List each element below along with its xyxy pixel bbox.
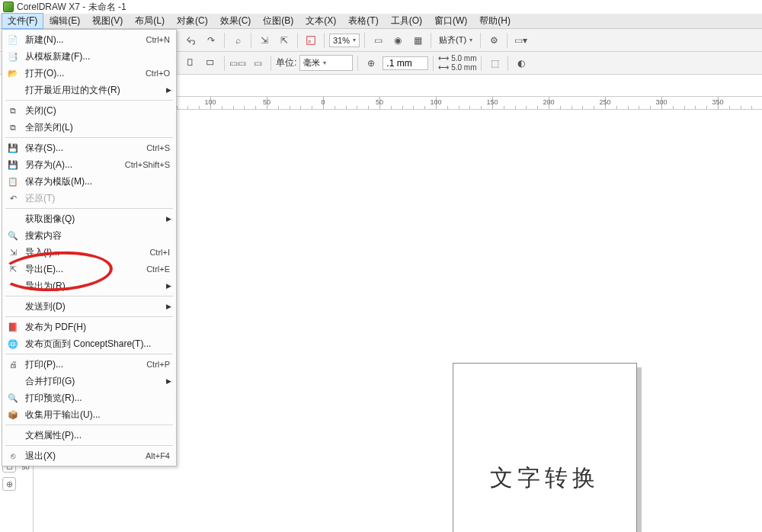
nudge-distance-input[interactable] xyxy=(383,56,428,70)
menu-item-export-for[interactable]: 导出为(R) ▶ xyxy=(2,277,176,294)
new-template-icon: 📑 xyxy=(5,50,21,62)
new-file-icon: 📄 xyxy=(5,34,21,46)
menu-item-open-recent[interactable]: 打开最近用过的文件(R) ▶ xyxy=(2,82,176,98)
tool-zoom-plus[interactable]: ⊕ xyxy=(2,477,16,491)
menu-item-import[interactable]: ⇲ 导入(I)... Ctrl+I xyxy=(2,244,176,261)
menu-item-print-merge[interactable]: 合并打印(G) ▶ xyxy=(2,373,176,389)
menu-help[interactable]: 帮助(H) xyxy=(473,13,517,29)
zoom-level-dropdown[interactable]: 31% xyxy=(329,34,360,47)
duplicate-y-label: ⟷ 5.0 mm xyxy=(438,63,476,72)
unit-dropdown[interactable]: 毫米 xyxy=(299,55,353,71)
save-icon: 💾 xyxy=(5,142,21,154)
fullscreen-preview-icon[interactable]: ▭ xyxy=(370,32,386,49)
menu-item-save[interactable]: 💾 保存(S)... Ctrl+S xyxy=(2,139,176,156)
menu-table[interactable]: 表格(T) xyxy=(342,13,384,29)
menu-object[interactable]: 对象(C) xyxy=(171,13,214,29)
duplicate-x-label: ⟷ 5.0 mm xyxy=(438,54,476,63)
collect-output-icon: 📦 xyxy=(5,409,21,421)
menu-window[interactable]: 窗口(W) xyxy=(428,13,473,29)
revert-icon: ↶ xyxy=(5,192,21,204)
svg-rect-2 xyxy=(188,59,192,65)
ruler-tick-label: 100 xyxy=(204,98,216,106)
document-page[interactable]: 文字转换 xyxy=(453,363,637,532)
menu-item-new[interactable]: 📄 新建(N)... Ctrl+N xyxy=(2,31,176,48)
menu-item-open[interactable]: 📂 打开(O)... Ctrl+O xyxy=(2,65,176,82)
app-logo-icon xyxy=(3,2,14,12)
ruler-tick-label: 150 xyxy=(486,98,498,106)
menu-tools[interactable]: 工具(O) xyxy=(385,13,428,29)
menu-item-close-all[interactable]: ⧉ 全部关闭(L) xyxy=(2,119,176,136)
menu-layout[interactable]: 布局(L) xyxy=(129,13,171,29)
page-text: 文字转换 xyxy=(490,463,600,494)
import-icon: ⇲ xyxy=(5,246,21,258)
open-folder-icon: 📂 xyxy=(5,67,21,79)
ruler-tick-label: 50 xyxy=(376,98,383,106)
menu-item-search-content[interactable]: 🔍 搜索内容 xyxy=(2,227,176,244)
menu-bar: 文件(F) 编辑(E) 视图(V) 布局(L) 对象(C) 效果(C) 位图(B… xyxy=(0,14,762,29)
search-icon[interactable]: ⌕ xyxy=(229,32,246,49)
menu-text[interactable]: 文本(X) xyxy=(299,13,342,29)
export-icon[interactable]: ⇱ xyxy=(276,32,293,49)
menu-item-collect-for-output[interactable]: 📦 收集用于输出(U)... xyxy=(2,406,176,423)
ruler-tick-label: 0 xyxy=(321,98,325,106)
save-template-icon: 📋 xyxy=(5,175,21,187)
menu-item-export[interactable]: ⇱ 导出(E)... Ctrl+E xyxy=(2,261,176,277)
menu-item-print[interactable]: 🖨 打印(P)... Ctrl+P xyxy=(2,356,176,373)
show-rulers-icon[interactable]: ◉ xyxy=(389,32,406,49)
treat-as-filled-icon[interactable]: ⬚ xyxy=(486,55,503,72)
menu-bitmaps[interactable]: 位图(B) xyxy=(257,13,299,29)
show-grid-icon[interactable]: ▦ xyxy=(409,32,426,49)
file-menu-dropdown: 📄 新建(N)... Ctrl+N 📑 从模板新建(F)... 📂 打开(O).… xyxy=(2,29,177,466)
menu-item-exit[interactable]: ⎋ 退出(X) Alt+F4 xyxy=(2,447,176,464)
menu-item-save-as[interactable]: 💾 另存为(A)... Ctrl+Shift+S xyxy=(2,156,176,173)
unit-label: 单位: xyxy=(276,56,296,69)
ruler-tick-label: 50 xyxy=(263,98,271,106)
ruler-tick-label: 250 xyxy=(599,98,610,106)
menu-item-save-as-template[interactable]: 📋 保存为模版(M)... xyxy=(2,173,176,190)
ruler-tick-label: 300 xyxy=(655,98,667,106)
current-page-icon[interactable]: ▭ xyxy=(249,55,266,72)
options-icon[interactable]: ⚙ xyxy=(485,32,502,49)
menu-view[interactable]: 视图(V) xyxy=(86,13,129,29)
close-all-icon: ⧉ xyxy=(5,121,21,133)
pdf-icon: 📕 xyxy=(5,321,21,333)
exit-icon: ⎋ xyxy=(5,450,21,462)
export-icon: ⇱ xyxy=(5,263,21,275)
menu-file[interactable]: 文件(F) xyxy=(2,13,43,29)
page-orientation-landscape-icon[interactable] xyxy=(203,55,219,72)
menu-item-document-properties[interactable]: 文档属性(P)... xyxy=(2,427,176,444)
menu-effects[interactable]: 效果(C) xyxy=(214,13,258,29)
svg-rect-3 xyxy=(207,60,213,64)
nudge-icon: ⊕ xyxy=(363,55,379,72)
redo-icon[interactable]: ↷ xyxy=(203,32,219,49)
menu-item-new-from-template[interactable]: 📑 从模板新建(F)... xyxy=(2,48,176,65)
search-content-icon: 🔍 xyxy=(5,229,21,242)
import-icon[interactable]: ⇲ xyxy=(256,32,273,49)
ruler-tick-label: 100 xyxy=(430,98,441,106)
edit-fill-icon[interactable]: ◐ xyxy=(513,55,530,72)
print-icon: 🖨 xyxy=(5,358,21,370)
title-bar: CorelDRAW X7 - 未命名 -1 xyxy=(0,0,762,14)
all-pages-icon[interactable]: ▭▭ xyxy=(229,55,246,72)
snap-to-dropdown[interactable]: 贴齐(T) xyxy=(436,33,475,47)
print-preview-icon: 🔍 xyxy=(5,392,21,404)
page-orientation-portrait-icon[interactable] xyxy=(183,55,200,72)
undo-split-icon[interactable] xyxy=(183,32,200,49)
menu-item-print-preview[interactable]: 🔍 打印预览(R)... xyxy=(2,389,176,406)
app-title: CorelDRAW X7 - 未命名 -1 xyxy=(17,1,126,14)
ruler-tick-label: 350 xyxy=(712,98,723,106)
menu-item-close[interactable]: ⧉ 关闭(C) xyxy=(2,102,176,119)
menu-item-publish-pdf[interactable]: 📕 发布为 PDF(H) xyxy=(2,319,176,335)
close-icon: ⧉ xyxy=(5,104,21,117)
svg-text:P: P xyxy=(309,39,312,43)
menu-item-acquire-image[interactable]: 获取图像(Q) ▶ xyxy=(2,210,176,227)
menu-edit[interactable]: 编辑(E) xyxy=(43,13,86,29)
menu-item-publish-conceptshare[interactable]: 🌐 发布页面到 ConceptShare(T)... xyxy=(2,335,176,352)
ruler-tick-label: 200 xyxy=(543,98,554,106)
menu-item-send-to[interactable]: 发送到(D) ▶ xyxy=(2,298,176,315)
save-as-icon: 💾 xyxy=(5,159,21,171)
conceptshare-icon: 🌐 xyxy=(5,338,21,350)
menu-item-revert: ↶ 还原(T) xyxy=(2,190,176,207)
launch-app-icon[interactable]: ▭▾ xyxy=(512,32,529,49)
publish-pdf-icon[interactable]: P xyxy=(303,32,319,49)
